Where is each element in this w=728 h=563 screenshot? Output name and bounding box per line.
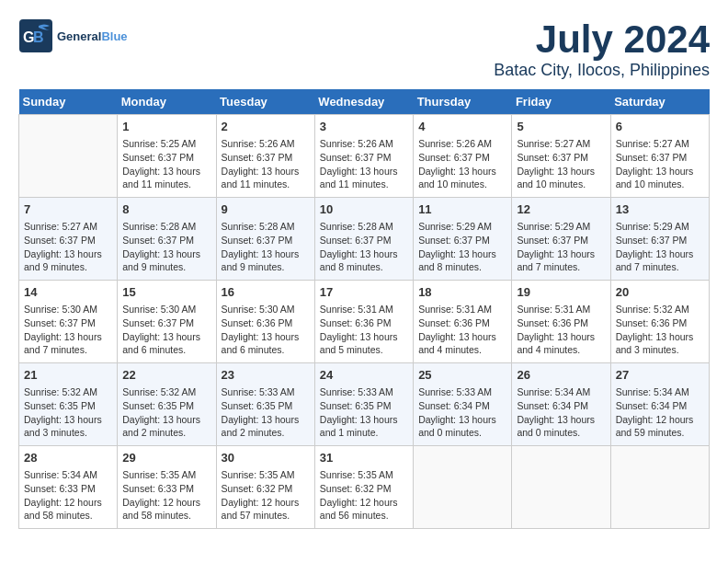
logo-text: GeneralBlue [57, 29, 128, 43]
day-number: 8 [122, 201, 210, 218]
day-number: 18 [418, 284, 506, 301]
day-info: Sunrise: 5:32 AMSunset: 6:35 PMDaylight:… [122, 385, 210, 440]
calendar-cell: 8Sunrise: 5:28 AMSunset: 6:37 PMDaylight… [118, 198, 216, 281]
day-number: 1 [122, 119, 210, 135]
calendar-cell: 3Sunrise: 5:26 AMSunset: 6:37 PMDaylight… [314, 115, 413, 198]
day-info: Sunrise: 5:34 AMSunset: 6:34 PMDaylight:… [517, 385, 605, 440]
calendar-cell: 18Sunrise: 5:31 AMSunset: 6:36 PMDayligh… [414, 281, 512, 363]
day-number: 29 [122, 450, 210, 466]
calendar-cell: 25Sunrise: 5:33 AMSunset: 6:34 PMDayligh… [414, 363, 512, 446]
calendar-cell [512, 446, 610, 529]
calendar-cell: 30Sunrise: 5:35 AMSunset: 6:32 PMDayligh… [216, 446, 314, 529]
day-info: Sunrise: 5:28 AMSunset: 6:37 PMDaylight:… [222, 220, 310, 274]
day-number: 23 [222, 367, 310, 384]
day-number: 30 [222, 450, 310, 466]
page-header: G B GeneralBlue July 2024 Batac City, Il… [18, 18, 710, 80]
header-wednesday: Wednesday [314, 89, 413, 115]
day-info: Sunrise: 5:33 AMSunset: 6:34 PMDaylight:… [418, 385, 506, 440]
day-number: 9 [222, 201, 310, 218]
day-info: Sunrise: 5:30 AMSunset: 6:36 PMDaylight:… [222, 303, 310, 357]
day-info: Sunrise: 5:31 AMSunset: 6:36 PMDaylight:… [320, 303, 408, 357]
week-row-1: 7Sunrise: 5:27 AMSunset: 6:37 PMDaylight… [19, 198, 710, 281]
calendar-cell: 21Sunrise: 5:32 AMSunset: 6:35 PMDayligh… [19, 363, 118, 446]
day-info: Sunrise: 5:27 AMSunset: 6:37 PMDaylight:… [616, 137, 704, 191]
svg-text:B: B [33, 29, 44, 45]
calendar-cell: 16Sunrise: 5:30 AMSunset: 6:36 PMDayligh… [216, 281, 314, 363]
day-info: Sunrise: 5:26 AMSunset: 6:37 PMDaylight:… [320, 137, 408, 191]
header-sunday: Sunday [19, 89, 118, 115]
week-row-0: 1Sunrise: 5:25 AMSunset: 6:37 PMDaylight… [19, 115, 710, 198]
day-number: 25 [418, 367, 506, 384]
calendar-body: 1Sunrise: 5:25 AMSunset: 6:37 PMDaylight… [19, 115, 710, 529]
day-number: 31 [320, 450, 408, 466]
location-title: Batac City, Ilocos, Philippines [494, 61, 710, 80]
day-info: Sunrise: 5:35 AMSunset: 6:33 PMDaylight:… [122, 468, 210, 523]
day-info: Sunrise: 5:34 AMSunset: 6:34 PMDaylight:… [616, 385, 704, 440]
title-block: July 2024 Batac City, Ilocos, Philippine… [494, 18, 710, 80]
day-number: 20 [616, 284, 704, 301]
day-number: 27 [616, 367, 704, 384]
calendar-cell: 31Sunrise: 5:35 AMSunset: 6:32 PMDayligh… [314, 446, 413, 529]
calendar-cell: 9Sunrise: 5:28 AMSunset: 6:37 PMDaylight… [216, 198, 314, 281]
day-number: 17 [320, 284, 408, 301]
day-number: 21 [24, 367, 112, 384]
calendar-cell: 5Sunrise: 5:27 AMSunset: 6:37 PMDaylight… [512, 115, 610, 198]
day-number: 2 [222, 119, 310, 135]
day-number: 10 [320, 201, 408, 218]
calendar-cell: 27Sunrise: 5:34 AMSunset: 6:34 PMDayligh… [610, 363, 709, 446]
day-number: 26 [517, 367, 605, 384]
calendar-cell: 4Sunrise: 5:26 AMSunset: 6:37 PMDaylight… [414, 115, 512, 198]
calendar-header-row: SundayMondayTuesdayWednesdayThursdayFrid… [19, 89, 710, 115]
day-info: Sunrise: 5:34 AMSunset: 6:33 PMDaylight:… [24, 468, 112, 523]
day-info: Sunrise: 5:33 AMSunset: 6:35 PMDaylight:… [222, 385, 310, 440]
day-number: 6 [616, 119, 704, 135]
calendar-cell: 28Sunrise: 5:34 AMSunset: 6:33 PMDayligh… [19, 446, 118, 529]
day-number: 24 [320, 367, 408, 384]
calendar-cell: 12Sunrise: 5:29 AMSunset: 6:37 PMDayligh… [512, 198, 610, 281]
day-number: 11 [418, 201, 506, 218]
header-saturday: Saturday [610, 89, 709, 115]
day-info: Sunrise: 5:35 AMSunset: 6:32 PMDaylight:… [222, 468, 310, 523]
day-info: Sunrise: 5:28 AMSunset: 6:37 PMDaylight:… [320, 220, 408, 274]
calendar-cell: 15Sunrise: 5:30 AMSunset: 6:37 PMDayligh… [118, 281, 216, 363]
header-monday: Monday [118, 89, 216, 115]
day-info: Sunrise: 5:29 AMSunset: 6:37 PMDaylight:… [418, 220, 506, 274]
day-info: Sunrise: 5:30 AMSunset: 6:37 PMDaylight:… [24, 303, 112, 357]
day-info: Sunrise: 5:33 AMSunset: 6:35 PMDaylight:… [320, 385, 408, 440]
day-number: 7 [24, 201, 112, 218]
day-info: Sunrise: 5:27 AMSunset: 6:37 PMDaylight:… [24, 220, 112, 274]
calendar-cell: 26Sunrise: 5:34 AMSunset: 6:34 PMDayligh… [512, 363, 610, 446]
calendar-cell: 17Sunrise: 5:31 AMSunset: 6:36 PMDayligh… [314, 281, 413, 363]
day-info: Sunrise: 5:32 AMSunset: 6:36 PMDaylight:… [616, 303, 704, 357]
day-info: Sunrise: 5:26 AMSunset: 6:37 PMDaylight:… [222, 137, 310, 191]
day-info: Sunrise: 5:29 AMSunset: 6:37 PMDaylight:… [616, 220, 704, 274]
day-number: 12 [517, 201, 605, 218]
calendar-table: SundayMondayTuesdayWednesdayThursdayFrid… [18, 89, 710, 529]
week-row-3: 21Sunrise: 5:32 AMSunset: 6:35 PMDayligh… [19, 363, 710, 446]
day-number: 5 [517, 119, 605, 135]
logo-icon: G B [18, 18, 53, 53]
day-number: 3 [320, 119, 408, 135]
day-info: Sunrise: 5:27 AMSunset: 6:37 PMDaylight:… [517, 137, 605, 191]
week-row-4: 28Sunrise: 5:34 AMSunset: 6:33 PMDayligh… [19, 446, 710, 529]
calendar-cell: 11Sunrise: 5:29 AMSunset: 6:37 PMDayligh… [414, 198, 512, 281]
day-info: Sunrise: 5:31 AMSunset: 6:36 PMDaylight:… [517, 303, 605, 357]
month-title: July 2024 [494, 18, 710, 61]
day-info: Sunrise: 5:26 AMSunset: 6:37 PMDaylight:… [418, 137, 506, 191]
day-info: Sunrise: 5:30 AMSunset: 6:37 PMDaylight:… [122, 303, 210, 357]
calendar-cell: 24Sunrise: 5:33 AMSunset: 6:35 PMDayligh… [314, 363, 413, 446]
day-info: Sunrise: 5:35 AMSunset: 6:32 PMDaylight:… [320, 468, 408, 523]
calendar-cell: 2Sunrise: 5:26 AMSunset: 6:37 PMDaylight… [216, 115, 314, 198]
header-friday: Friday [512, 89, 610, 115]
calendar-cell: 1Sunrise: 5:25 AMSunset: 6:37 PMDaylight… [118, 115, 216, 198]
calendar-cell: 14Sunrise: 5:30 AMSunset: 6:37 PMDayligh… [19, 281, 118, 363]
day-info: Sunrise: 5:29 AMSunset: 6:37 PMDaylight:… [517, 220, 605, 274]
day-info: Sunrise: 5:28 AMSunset: 6:37 PMDaylight:… [122, 220, 210, 274]
day-info: Sunrise: 5:25 AMSunset: 6:37 PMDaylight:… [122, 137, 210, 191]
calendar-cell: 7Sunrise: 5:27 AMSunset: 6:37 PMDaylight… [19, 198, 118, 281]
week-row-2: 14Sunrise: 5:30 AMSunset: 6:37 PMDayligh… [19, 281, 710, 363]
calendar-cell: 6Sunrise: 5:27 AMSunset: 6:37 PMDaylight… [610, 115, 709, 198]
day-number: 15 [122, 284, 210, 301]
calendar-cell: 22Sunrise: 5:32 AMSunset: 6:35 PMDayligh… [118, 363, 216, 446]
day-number: 13 [616, 201, 704, 218]
